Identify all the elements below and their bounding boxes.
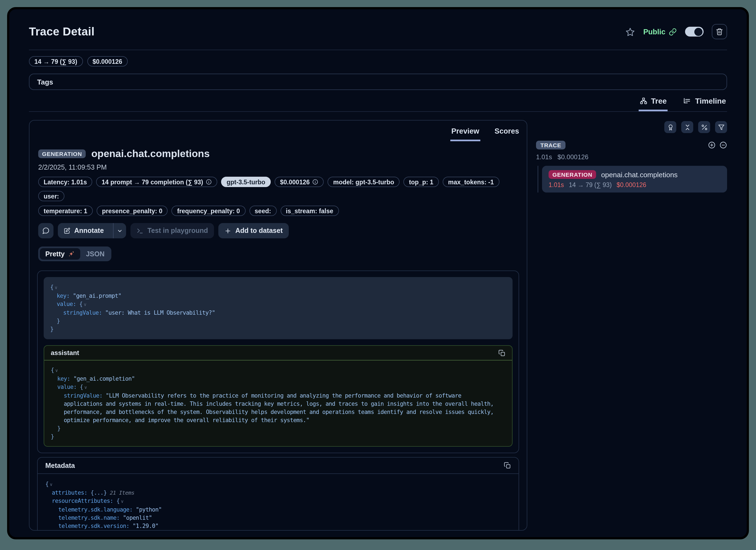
node-title: openai.chat.completions: [601, 171, 677, 179]
badge-latency: Latency: 1.01s: [38, 177, 93, 187]
badge-tokens[interactable]: 14 prompt → 79 completion (∑ 93): [96, 177, 218, 187]
observation-title: openai.chat.completions: [91, 148, 210, 160]
tab-tree[interactable]: Tree: [638, 93, 668, 111]
format-toggle: Pretty JSON: [38, 247, 112, 261]
annotate-scores-button[interactable]: [664, 121, 676, 133]
badge-frequency-penalty: frequency_penalty: 0: [172, 206, 245, 216]
observation-card: Preview Scores GENERATION openai.chat.co…: [29, 120, 527, 531]
header-divider: [29, 50, 727, 50]
assistant-block: assistant { ∨ key: "gen_ai.completion" v…: [44, 345, 513, 447]
award-icon: [667, 124, 674, 131]
plus-icon: [224, 227, 231, 234]
prompt-json-block[interactable]: { ∨ key: "gen_ai.prompt" value: { ∨ stri…: [44, 277, 513, 339]
chevron-down-icon: [117, 228, 123, 234]
test-in-playground-button[interactable]: Test in playground: [130, 223, 214, 238]
public-label: Public: [643, 28, 665, 36]
node-cost: $0.000126: [617, 182, 646, 188]
badge-top-p: top_p: 1: [403, 177, 439, 187]
expand-all-button[interactable]: [708, 141, 716, 149]
add-to-dataset-label: Add to dataset: [235, 227, 283, 235]
trace-latency: 1.01s: [536, 153, 552, 161]
generation-badge: GENERATION: [549, 170, 596, 179]
page-title: Trace Detail: [29, 25, 95, 38]
pretty-label: Pretty: [45, 250, 65, 258]
annotate-split-button: Annotate: [58, 223, 126, 238]
tags-label: Tags: [37, 78, 53, 86]
metadata-card: Metadata { ∨ attributes: {...} 21 Items …: [37, 457, 519, 531]
public-link[interactable]: Public: [643, 28, 677, 36]
app-header: Trace Detail Public: [9, 9, 747, 50]
badge-user: user:: [38, 191, 64, 201]
trace-cost: $0.000126: [558, 153, 588, 161]
tree-icon: [639, 97, 647, 105]
generation-type-badge: GENERATION: [38, 150, 86, 158]
io-section: { ∨ key: "gen_ai.prompt" value: { ∨ stri…: [37, 271, 519, 453]
tags-box[interactable]: Tags: [29, 74, 727, 90]
delete-trace-button[interactable]: [712, 24, 727, 39]
terminal-icon: [136, 227, 144, 234]
info-icon: [206, 179, 212, 185]
info-icon: [312, 179, 319, 185]
trace-cost-badge: $0.000126: [87, 56, 128, 67]
copy-button[interactable]: [498, 349, 505, 356]
trace-badge: TRACE: [536, 141, 565, 150]
badge-model-param: model: gpt-3.5-turbo: [328, 177, 400, 187]
metadata-json-block[interactable]: { ∨ attributes: {...} 21 Items resourceA…: [38, 474, 519, 531]
tab-preview[interactable]: Preview: [450, 124, 480, 141]
assistant-role-label: assistant: [51, 349, 79, 357]
trace-detail-window: Trace Detail Public 14 → 79 (∑ 93) $0.00…: [7, 7, 749, 539]
sparkles-icon: [68, 250, 75, 258]
show-percent-button[interactable]: [698, 121, 710, 133]
copy-button[interactable]: [504, 462, 511, 469]
badge-temperature: temperature: 1: [38, 206, 93, 216]
view-tabbar: Tree Timeline: [29, 93, 727, 112]
copy-icon: [504, 462, 511, 469]
test-in-playground-label: Test in playground: [147, 227, 208, 235]
badge-model[interactable]: gpt-3.5-turbo: [221, 177, 271, 187]
node-tokens: 14 → 79 (∑ 93): [569, 182, 612, 188]
trace-tree-panel: TRACE 1.01s $0.000126 GENE: [536, 120, 727, 193]
annotate-label: Annotate: [74, 227, 104, 235]
badge-cost[interactable]: $0.000126: [275, 177, 324, 187]
comment-button[interactable]: [38, 223, 53, 238]
tab-scores[interactable]: Scores: [493, 124, 520, 141]
tab-tree-label: Tree: [651, 97, 667, 105]
link-icon: [669, 28, 677, 36]
collapse-icon: [684, 124, 691, 131]
tab-timeline-label: Timeline: [695, 97, 726, 105]
trace-token-badge: 14 → 79 (∑ 93): [29, 56, 83, 67]
toggle-knob: [694, 28, 703, 36]
format-json-button[interactable]: JSON: [81, 248, 110, 260]
generation-tree-node[interactable]: GENERATION openai.chat.completions 1.01s…: [542, 166, 727, 193]
format-pretty-button[interactable]: Pretty: [40, 248, 81, 260]
circle-plus-icon: [708, 141, 716, 149]
badge-seed: seed:: [249, 206, 276, 216]
public-toggle[interactable]: [685, 27, 704, 37]
funnel-icon: [718, 124, 725, 131]
timeline-icon: [683, 97, 691, 105]
edit-icon: [63, 227, 70, 234]
annotate-dropdown-button[interactable]: [113, 223, 126, 238]
filter-button[interactable]: [715, 121, 727, 133]
add-to-dataset-button[interactable]: Add to dataset: [218, 223, 289, 238]
annotate-button[interactable]: Annotate: [58, 223, 109, 238]
comment-icon: [42, 227, 50, 235]
collapse-all-button[interactable]: [681, 121, 693, 133]
metadata-title: Metadata: [45, 462, 75, 469]
node-latency: 1.01s: [549, 182, 564, 188]
collapse-tree-button[interactable]: [719, 141, 727, 149]
badge-presence-penalty: presence_penalty: 0: [97, 206, 168, 216]
badge-max-tokens: max_tokens: -1: [443, 177, 499, 187]
tree-indent-guide: [538, 166, 538, 193]
tab-timeline[interactable]: Timeline: [682, 93, 727, 111]
star-icon[interactable]: [626, 27, 635, 36]
circle-minus-icon: [719, 141, 727, 149]
observation-tabbar: Preview Scores: [29, 121, 527, 141]
badge-is-stream: is_stream: false: [280, 206, 339, 216]
observation-timestamp: 2/2/2025, 11:09:53 PM: [38, 164, 518, 171]
copy-icon: [498, 349, 505, 356]
completion-json-block[interactable]: { ∨ key: "gen_ai.completion" value: { ∨ …: [44, 360, 512, 446]
percent-icon: [701, 124, 708, 131]
